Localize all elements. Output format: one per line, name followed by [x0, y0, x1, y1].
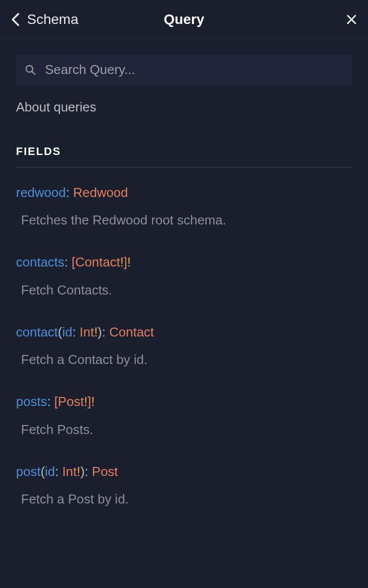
- outer-nonnull-bang: !: [128, 254, 131, 270]
- field-description: Fetch a Post by id.: [16, 492, 352, 507]
- sig-colon: :: [66, 185, 73, 200]
- sig-colon: :: [84, 464, 92, 479]
- back-label: Schema: [27, 12, 78, 28]
- list-close-bracket: ]: [124, 254, 127, 270]
- arg-colon: :: [72, 324, 80, 340]
- about-queries-link[interactable]: About queries: [16, 100, 352, 115]
- field-item: posts: [Post!]!Fetch Posts.: [16, 392, 352, 437]
- field-signature: redwood: Redwood: [16, 184, 352, 202]
- svg-line-3: [32, 72, 35, 74]
- fields-heading: FIELDS: [16, 145, 352, 158]
- field-item: contacts: [Contact!]!Fetch Contacts.: [16, 253, 352, 298]
- content: About queries FIELDS redwood: RedwoodFet…: [0, 39, 368, 547]
- close-icon: [346, 14, 357, 25]
- field-description: Fetch Contacts.: [16, 282, 352, 298]
- field-name-link[interactable]: redwood: [16, 185, 66, 200]
- field-name-link[interactable]: posts: [16, 394, 47, 409]
- list-open-bracket: [: [72, 254, 75, 270]
- list-open-bracket: [: [54, 394, 58, 409]
- sig-colon: :: [47, 394, 54, 409]
- return-type-link[interactable]: Redwood: [73, 185, 128, 200]
- return-type-link[interactable]: Post: [92, 464, 118, 479]
- field-signature: posts: [Post!]!: [16, 392, 352, 410]
- arg-type-link[interactable]: Int: [62, 464, 77, 479]
- chevron-left-icon: [11, 12, 20, 26]
- field-description: Fetches the Redwood root schema.: [16, 212, 352, 228]
- arg-nonnull-bang: !: [76, 464, 80, 479]
- search-input[interactable]: [45, 62, 343, 78]
- field-description: Fetch a Contact by id.: [16, 352, 352, 368]
- search-icon: [25, 64, 36, 76]
- page-title: Query: [164, 12, 204, 28]
- svg-point-2: [26, 66, 32, 72]
- args-open-paren: (: [58, 324, 62, 340]
- back-button[interactable]: Schema: [11, 12, 78, 28]
- field-item: post(id: Int!): PostFetch a Post by id.: [16, 462, 352, 507]
- field-name-link[interactable]: post: [16, 464, 40, 479]
- arg-name-link[interactable]: id: [62, 324, 72, 340]
- header: Schema Query: [0, 0, 368, 39]
- field-signature: contact(id: Int!): Contact: [16, 323, 352, 341]
- field-signature: post(id: Int!): Post: [16, 462, 352, 480]
- search-box[interactable]: [16, 54, 352, 86]
- return-type-link[interactable]: Contact: [109, 324, 154, 340]
- outer-nonnull-bang: !: [91, 394, 94, 409]
- divider: [16, 167, 352, 168]
- sig-colon: :: [102, 324, 109, 340]
- field-item: redwood: RedwoodFetches the Redwood root…: [16, 184, 352, 228]
- close-button[interactable]: [346, 14, 357, 25]
- return-type-link[interactable]: Contact: [76, 254, 120, 270]
- field-name-link[interactable]: contacts: [16, 254, 64, 270]
- sig-colon: :: [64, 254, 72, 270]
- arg-name-link[interactable]: id: [45, 464, 55, 479]
- field-description: Fetch Posts.: [16, 422, 352, 438]
- arg-type-link[interactable]: Int: [80, 324, 94, 340]
- fields-list: redwood: RedwoodFetches the Redwood root…: [16, 184, 352, 507]
- args-close-paren: ): [98, 324, 102, 340]
- field-signature: contacts: [Contact!]!: [16, 253, 352, 271]
- field-name-link[interactable]: contact: [16, 324, 58, 340]
- return-type-link[interactable]: Post: [58, 394, 84, 409]
- args-open-paren: (: [40, 464, 45, 479]
- field-item: contact(id: Int!): ContactFetch a Contac…: [16, 323, 352, 368]
- arg-colon: :: [55, 464, 62, 479]
